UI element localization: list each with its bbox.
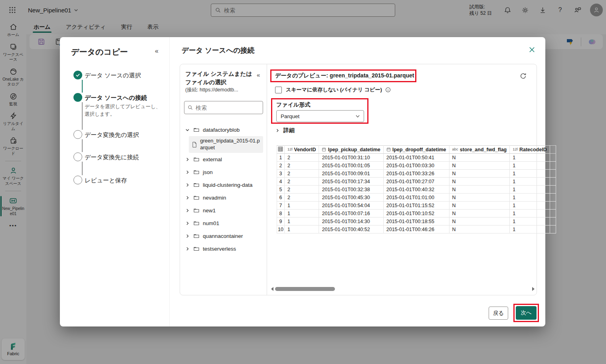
tree-folder-testserverless[interactable]: testserverless — [180, 242, 267, 255]
step-2-label[interactable]: データ ソースへの接続 — [85, 94, 147, 102]
step-5-label[interactable]: レビューと保存 — [85, 177, 127, 184]
wizard-steps-panel: データのコピー « データ ソースの選択 データ ソースへの接続 データを選択し… — [60, 37, 170, 326]
check-icon — [75, 73, 80, 77]
file-format-dropdown[interactable]: Parquet — [276, 110, 364, 122]
annotation-box-file-format: ファイル形式 Parquet — [271, 98, 368, 124]
table-row: 712015-01-01T00:54:042015-01-01T01:15:52… — [277, 202, 556, 210]
table-row: 422015-01-01T00:17:342015-01-01T00:27:07… — [277, 178, 556, 186]
search-icon — [188, 105, 193, 111]
chevron-right-icon — [275, 128, 280, 133]
next-button[interactable]: 次へ — [516, 306, 537, 320]
tree-folder-external[interactable]: external — [180, 153, 267, 166]
table-row: 912015-01-01T00:14:302015-01-01T00:18:55… — [277, 218, 556, 226]
folder-icon — [193, 194, 200, 201]
table-row: 122015-01-01T00:31:102015-01-01T00:50:41… — [277, 154, 556, 162]
table-header-row: 12lVendorID lpep_pickup_datetime lpep_dr… — [277, 146, 556, 154]
column-header-ratecodeid[interactable]: 12lRatecodeID — [510, 146, 550, 154]
column-header-grid[interactable] — [277, 146, 285, 154]
file-format-value: Parquet — [281, 113, 299, 119]
info-icon[interactable] — [385, 87, 391, 93]
column-header-pickup[interactable]: lpep_pickup_datetime — [319, 146, 383, 154]
column-header-filler — [550, 146, 556, 154]
scroll-left-arrow[interactable] — [270, 286, 274, 292]
table-row: 1012015-01-01T00:40:522015-01-01T00:46:2… — [277, 226, 556, 233]
folder-icon — [193, 245, 200, 252]
column-header-store-flag[interactable]: abcstore_and_fwd_flag — [449, 146, 510, 154]
preview-title: データのプレビュー: green_tripdata_2015-01.parque… — [275, 72, 414, 79]
scrollbar-track[interactable] — [274, 286, 531, 292]
wizard-title: データのコピー — [71, 47, 128, 57]
chevron-down-icon — [355, 114, 360, 119]
close-button[interactable] — [525, 43, 539, 56]
step-1-indicator-done — [73, 71, 82, 79]
advanced-expander[interactable]: 詳細 — [275, 127, 295, 134]
tree-file-selected[interactable]: green_tripdata_2015-01.parquet — [189, 136, 263, 153]
advanced-label: 詳細 — [283, 127, 295, 134]
step-5-indicator — [73, 176, 82, 184]
tree-folder-nevadmin[interactable]: nevadmin — [180, 191, 267, 204]
calendar-icon — [386, 147, 391, 152]
step-1-label[interactable]: データ ソースの選択 — [85, 72, 141, 79]
browser-collapse-icon[interactable]: « — [257, 71, 260, 78]
table-row: 812015-01-01T00:07:162015-01-01T00:10:52… — [277, 210, 556, 218]
horizontal-scrollbar — [270, 286, 535, 292]
step-connector — [82, 102, 83, 130]
scrollbar-thumb[interactable] — [275, 287, 335, 291]
table-row: 322015-01-01T00:09:012015-01-01T00:33:26… — [277, 170, 556, 178]
close-icon — [528, 46, 536, 53]
folder-icon — [193, 169, 200, 175]
binary-copy-checkbox[interactable] — [275, 87, 282, 93]
chevron-right-icon[interactable] — [185, 208, 190, 213]
chevron-right-icon[interactable] — [185, 157, 190, 162]
chevron-right-icon[interactable] — [185, 221, 190, 226]
folder-icon — [193, 156, 200, 162]
step-4-indicator — [73, 152, 82, 161]
folder-icon — [193, 207, 200, 214]
annotation-box-next: 次へ — [513, 304, 539, 322]
wizard-collapse-icon[interactable]: « — [155, 47, 158, 55]
browser-search-input[interactable] — [196, 105, 259, 111]
step-2-indicator-active — [73, 93, 82, 102]
file-format-label: ファイル形式 — [276, 101, 367, 109]
file-tree: datafactoryblob green_tripdata_2015-01.p… — [180, 123, 267, 255]
folder-icon — [193, 220, 200, 226]
column-header-dropoff[interactable]: lpep_dropoff_datetime — [383, 146, 449, 154]
tree-folder-new1[interactable]: new1 — [180, 204, 267, 217]
table-row: 222015-01-01T00:01:052015-01-01T00:03:30… — [277, 162, 556, 170]
step-3-indicator — [73, 130, 82, 139]
back-button[interactable]: 戻る — [489, 307, 508, 320]
tree-folder-num01[interactable]: num01 — [180, 217, 267, 229]
table-row: 522015-01-01T00:32:382015-01-01T00:40:32… — [277, 186, 556, 194]
copy-data-dialog: データのコピー « データ ソースの選択 データ ソースへの接続 データを選択し… — [60, 37, 545, 326]
step-connector — [82, 162, 83, 175]
browser-title: ファイル システムまたはファイルの選択 — [185, 70, 253, 87]
screen: New_Pipeline01 試用版: 残り 52 日 ? — [0, 0, 606, 364]
file-browser-pane: ファイル システムまたはファイルの選択 « (接続: https://demod… — [180, 64, 267, 295]
chevron-right-icon[interactable] — [185, 182, 190, 188]
chevron-down-icon[interactable] — [185, 127, 190, 133]
browser-search — [184, 101, 263, 114]
file-icon — [192, 141, 197, 148]
refresh-icon — [519, 72, 527, 80]
folder-icon — [193, 127, 200, 133]
tree-folder-datafactoryblob[interactable]: datafactoryblob — [180, 123, 267, 136]
chevron-right-icon[interactable] — [185, 233, 190, 239]
step-4-label[interactable]: データ変換先に接続 — [85, 154, 139, 161]
chevron-right-icon[interactable] — [185, 170, 190, 175]
chevron-right-icon[interactable] — [185, 246, 190, 251]
tree-folder-quannacontainer[interactable]: quannacontainer — [180, 229, 267, 242]
folder-icon — [193, 182, 200, 188]
refresh-button[interactable] — [518, 71, 528, 81]
scroll-right-arrow[interactable] — [531, 286, 535, 292]
folder-icon — [193, 233, 200, 239]
chevron-right-icon[interactable] — [185, 195, 190, 200]
dialog-title: データ ソースへの接続 — [182, 46, 254, 55]
tree-folder-liquid-clustering-data[interactable]: liquid-clustering-data — [180, 178, 267, 191]
tree-folder-json[interactable]: json — [180, 166, 267, 178]
source-content-panel: ファイル システムまたはファイルの選択 « (接続: https://demod… — [180, 64, 537, 295]
step-3-label[interactable]: データ変換先の選択 — [85, 131, 139, 139]
binary-copy-label: スキーマに依存しない (バイナリ コピー) — [286, 86, 382, 93]
grid-icon — [278, 146, 283, 152]
step-2-description: データを選択してプレビューし、選択します。 — [85, 103, 161, 118]
column-header-vendorid[interactable]: 12lVendorID — [284, 146, 319, 154]
